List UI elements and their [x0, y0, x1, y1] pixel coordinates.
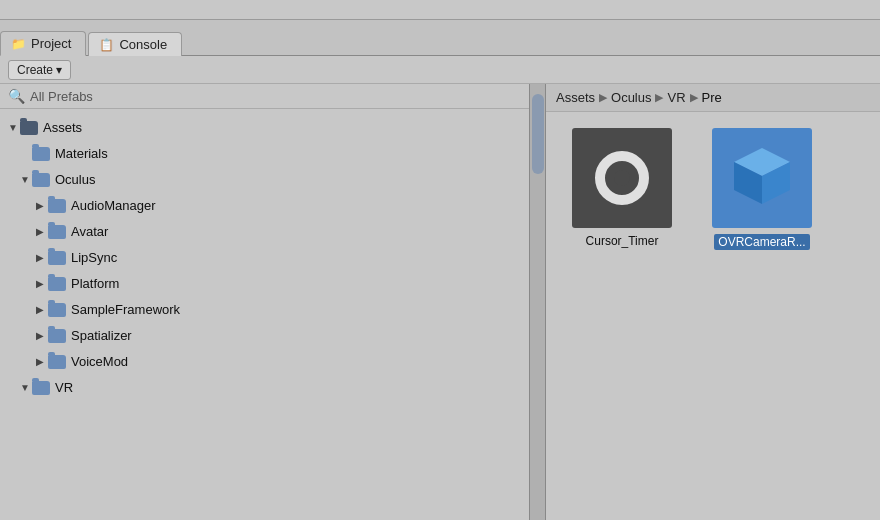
label-vr: VR — [55, 377, 73, 399]
tab-project-label: Project — [31, 36, 71, 51]
tree-item-audiomanager[interactable]: ▶ AudioManager — [0, 193, 529, 219]
cursor-timer-icon — [592, 148, 652, 208]
arrow-avatar: ▶ — [36, 221, 48, 243]
folder-icon-materials — [32, 147, 50, 161]
tree-item-voicemod[interactable]: ▶ VoiceMod — [0, 349, 529, 375]
arrow-audiomanager: ▶ — [36, 195, 48, 217]
tree-item-vr[interactable]: ▼ VR — [0, 375, 529, 401]
breadcrumb-sep-2: ▶ — [655, 91, 663, 104]
label-audiomanager: AudioManager — [71, 195, 156, 217]
create-button[interactable]: Create ▾ — [8, 60, 71, 80]
label-sampleframework: SampleFramework — [71, 299, 180, 321]
folder-icon-audiomanager — [48, 199, 66, 213]
tree-item-oculus[interactable]: ▼ Oculus — [0, 167, 529, 193]
top-bar — [0, 0, 880, 20]
asset-grid: Cursor_Timer OVRCameraR... — [546, 112, 880, 520]
folder-icon-voicemod — [48, 355, 66, 369]
tab-console[interactable]: 📋 Console — [88, 32, 182, 56]
scroll-thumb[interactable] — [532, 94, 544, 174]
breadcrumb-oculus[interactable]: Oculus — [611, 90, 651, 105]
left-panel: 🔍 All Prefabs ▼ Assets Materials ▼ Oculu… — [0, 84, 530, 520]
create-label: Create — [17, 63, 53, 77]
main-content: 🔍 All Prefabs ▼ Assets Materials ▼ Oculu… — [0, 84, 880, 520]
folder-icon-avatar — [48, 225, 66, 239]
folder-icon-platform — [48, 277, 66, 291]
folder-icon-sampleframework — [48, 303, 66, 317]
svg-point-1 — [614, 170, 630, 186]
label-lipsync: LipSync — [71, 247, 117, 269]
breadcrumb-pre[interactable]: Pre — [702, 90, 722, 105]
ovr-camera-thumbnail — [712, 128, 812, 228]
ovr-camera-label: OVRCameraR... — [714, 234, 809, 250]
arrow-lipsync: ▶ — [36, 247, 48, 269]
vertical-scrollbar[interactable] — [530, 84, 546, 520]
tree-item-platform[interactable]: ▶ Platform — [0, 271, 529, 297]
label-voicemod: VoiceMod — [71, 351, 128, 373]
folder-icon-assets — [20, 121, 38, 135]
label-oculus: Oculus — [55, 169, 95, 191]
folder-icon-spatializer — [48, 329, 66, 343]
breadcrumb-sep-1: ▶ — [599, 91, 607, 104]
cube-icon — [722, 138, 802, 218]
search-icon: 🔍 — [8, 88, 25, 104]
label-assets: Assets — [43, 117, 82, 139]
cursor-timer-thumbnail — [572, 128, 672, 228]
arrow-assets: ▼ — [8, 117, 20, 139]
tree-item-assets[interactable]: ▼ Assets — [0, 115, 529, 141]
breadcrumb-vr[interactable]: VR — [667, 90, 685, 105]
label-materials: Materials — [55, 143, 108, 165]
cursor-timer-label: Cursor_Timer — [586, 234, 659, 248]
arrow-vr: ▼ — [20, 377, 32, 399]
tree-item-lipsync[interactable]: ▶ LipSync — [0, 245, 529, 271]
tree-item-materials[interactable]: Materials — [0, 141, 529, 167]
toolbar: Create ▾ — [0, 56, 880, 84]
tab-console-label: Console — [119, 37, 167, 52]
asset-cursor-timer[interactable]: Cursor_Timer — [562, 128, 682, 248]
tree-area[interactable]: ▼ Assets Materials ▼ Oculus ▶ AudioManag… — [0, 109, 529, 520]
label-spatializer: Spatializer — [71, 325, 132, 347]
label-platform: Platform — [71, 273, 119, 295]
asset-ovr-camera[interactable]: OVRCameraR... — [702, 128, 822, 250]
folder-icon-lipsync — [48, 251, 66, 265]
arrow-platform: ▶ — [36, 273, 48, 295]
folder-icon-vr — [32, 381, 50, 395]
tab-bar: 📁 Project 📋 Console — [0, 20, 880, 56]
console-tab-icon: 📋 — [99, 38, 114, 52]
create-arrow: ▾ — [56, 63, 62, 77]
folder-icon-oculus — [32, 173, 50, 187]
arrow-oculus: ▼ — [20, 169, 32, 191]
breadcrumb-bar: Assets ▶ Oculus ▶ VR ▶ Pre — [546, 84, 880, 112]
project-tab-icon: 📁 — [11, 37, 26, 51]
breadcrumb-assets[interactable]: Assets — [556, 90, 595, 105]
tree-item-spatializer[interactable]: ▶ Spatializer — [0, 323, 529, 349]
right-panel: Assets ▶ Oculus ▶ VR ▶ Pre Cursor_Timer — [546, 84, 880, 520]
search-bar: 🔍 All Prefabs — [0, 84, 529, 109]
arrow-voicemod: ▶ — [36, 351, 48, 373]
arrow-spatializer: ▶ — [36, 325, 48, 347]
search-text: All Prefabs — [30, 89, 93, 104]
arrow-sampleframework: ▶ — [36, 299, 48, 321]
tree-item-sampleframework[interactable]: ▶ SampleFramework — [0, 297, 529, 323]
tab-project[interactable]: 📁 Project — [0, 31, 86, 56]
breadcrumb-sep-3: ▶ — [690, 91, 698, 104]
tree-item-avatar[interactable]: ▶ Avatar — [0, 219, 529, 245]
label-avatar: Avatar — [71, 221, 108, 243]
